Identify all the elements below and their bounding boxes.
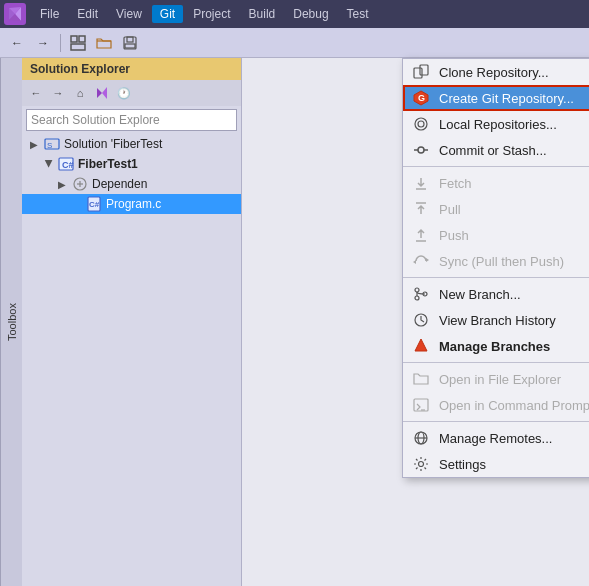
menu-item-new-branch[interactable]: New Branch... [403, 281, 589, 307]
push-icon [411, 227, 431, 243]
menu-item-file-explorer[interactable]: Open in File Explorer [403, 366, 589, 392]
menu-item-cmd[interactable]: Open in Command Prompt [403, 392, 589, 418]
csharp-file-icon: C# [86, 196, 102, 212]
project-label: FiberTest1 [78, 157, 138, 171]
local-repos-label: Local Repositories... [439, 117, 557, 132]
local-repos-icon [411, 116, 431, 132]
svg-marker-34 [415, 339, 427, 351]
se-vs-btn[interactable] [92, 83, 112, 103]
dependencies-icon [72, 176, 88, 192]
program-label: Program.c [106, 197, 161, 211]
menu-item-settings[interactable]: Settings [403, 451, 589, 477]
solution-label: Solution 'FiberTest [64, 137, 162, 151]
clone-icon [411, 64, 431, 80]
menu-file[interactable]: File [32, 5, 67, 23]
svg-marker-27 [426, 258, 429, 262]
settings-icon [411, 456, 431, 472]
sep-4 [403, 421, 589, 422]
menu-item-local-repos[interactable]: Local Repositories... ▶ [403, 111, 589, 137]
menu-build[interactable]: Build [241, 5, 284, 23]
toolbox-sidebar[interactable]: Toolbox [0, 58, 22, 586]
menu-item-commit[interactable]: Commit or Stash... [403, 137, 589, 163]
solution-explorer-header: Solution Explorer [22, 58, 241, 80]
file-explorer-icon [411, 371, 431, 387]
svg-rect-4 [127, 37, 133, 42]
dep-arrow: ▶ [58, 179, 68, 190]
svg-point-40 [419, 462, 424, 467]
menu-item-manage-remotes[interactable]: Manage Remotes... [403, 425, 589, 451]
forward-button[interactable]: → [32, 32, 54, 54]
folder-button[interactable] [93, 32, 115, 54]
menu-item-pull[interactable]: Pull [403, 196, 589, 222]
main-layout: Toolbox Solution Explorer ← → ⌂ 🕐 Search… [0, 58, 589, 586]
cmd-label: Open in Command Prompt [439, 398, 589, 413]
menu-item-push[interactable]: Push [403, 222, 589, 248]
dep-label: Dependen [92, 177, 147, 191]
svg-text:C#: C# [62, 160, 74, 170]
fetch-icon [411, 175, 431, 191]
sync-icon [411, 253, 431, 269]
svg-marker-28 [413, 260, 416, 264]
create-git-icon: G [411, 90, 431, 106]
file-explorer-label: Open in File Explorer [439, 372, 561, 387]
menu-item-create-git[interactable]: G Create Git Repository... [403, 85, 589, 111]
menu-item-fetch[interactable]: Fetch [403, 170, 589, 196]
menu-item-manage-branches[interactable]: Manage Branches [403, 333, 589, 359]
create-git-wrapper: G Create Git Repository... [403, 85, 589, 111]
menu-edit[interactable]: Edit [69, 5, 106, 23]
menu-view[interactable]: View [108, 5, 150, 23]
solution-arrow: ▶ [30, 139, 40, 150]
svg-point-30 [415, 296, 419, 300]
menu-item-history[interactable]: View Branch History [403, 307, 589, 333]
svg-text:S: S [47, 141, 52, 150]
pull-label: Pull [439, 202, 461, 217]
svg-text:G: G [418, 93, 425, 103]
svg-text:C#: C# [89, 200, 100, 209]
git-dropdown-menu: Clone Repository... G Create Git Reposit… [402, 58, 589, 478]
search-box[interactable]: Search Solution Explore [26, 109, 237, 131]
menu-project[interactable]: Project [185, 5, 238, 23]
manage-remotes-label: Manage Remotes... [439, 431, 552, 446]
menu-debug[interactable]: Debug [285, 5, 336, 23]
manage-remotes-icon [411, 430, 431, 446]
se-toolbar: ← → ⌂ 🕐 [22, 80, 241, 106]
tree-dependencies[interactable]: ▶ Dependen [22, 174, 241, 194]
layout-button[interactable] [67, 32, 89, 54]
back-button[interactable]: ← [6, 32, 28, 54]
svg-rect-1 [79, 36, 85, 42]
se-back-btn[interactable]: ← [26, 83, 46, 103]
menu-git[interactable]: Git [152, 5, 183, 23]
svg-rect-3 [124, 37, 136, 49]
se-forward-btn[interactable]: → [48, 83, 68, 103]
menu-test[interactable]: Test [339, 5, 377, 23]
svg-point-21 [418, 147, 424, 153]
svg-point-19 [415, 118, 427, 130]
menu-bar: File Edit View Git Project Build Debug T… [0, 0, 589, 28]
toolbar-sep-1 [60, 34, 61, 52]
create-git-label: Create Git Repository... [439, 91, 574, 106]
menu-item-clone[interactable]: Clone Repository... [403, 59, 589, 85]
sep-2 [403, 277, 589, 278]
cmd-icon [411, 397, 431, 413]
vs-logo [4, 3, 26, 25]
solution-icon: S [44, 136, 60, 152]
se-home-btn[interactable]: ⌂ [70, 83, 90, 103]
save-button[interactable] [119, 32, 141, 54]
manage-branches-icon [411, 338, 431, 354]
menu-item-sync[interactable]: Sync (Pull then Push) [403, 248, 589, 274]
search-placeholder: Search Solution Explore [31, 113, 160, 127]
tree-program[interactable]: C# Program.c [22, 194, 241, 214]
se-history-btn[interactable]: 🕐 [114, 83, 134, 103]
tree-project[interactable]: ▶ C# FiberTest1 [22, 154, 241, 174]
svg-rect-5 [125, 44, 135, 48]
push-label: Push [439, 228, 469, 243]
sep-1 [403, 166, 589, 167]
project-arrow: ▶ [44, 159, 55, 169]
solution-explorer-title: Solution Explorer [30, 62, 130, 76]
content-area: Clone Repository... G Create Git Reposit… [242, 58, 589, 586]
svg-rect-0 [71, 36, 77, 42]
svg-rect-15 [414, 68, 422, 78]
commit-label: Commit or Stash... [439, 143, 547, 158]
tree-solution[interactable]: ▶ S Solution 'FiberTest [22, 134, 241, 154]
history-label: View Branch History [439, 313, 556, 328]
